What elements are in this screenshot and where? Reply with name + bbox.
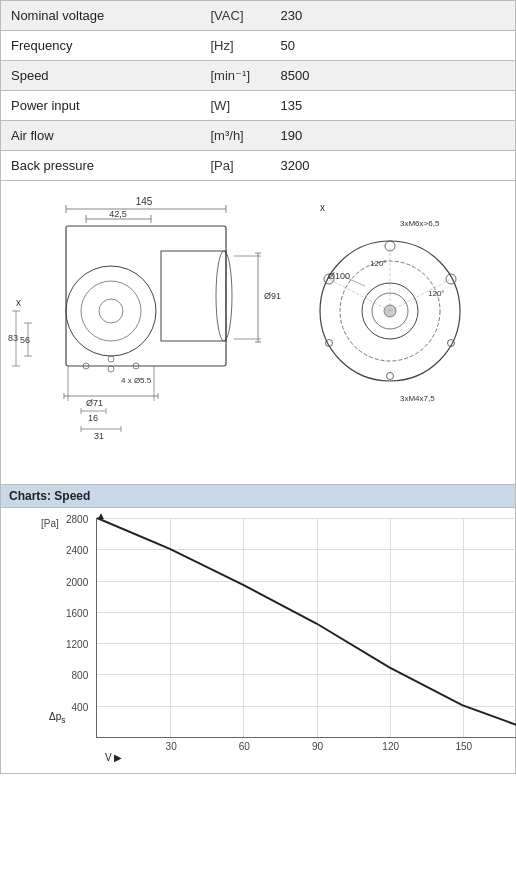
performance-curve bbox=[97, 518, 516, 732]
x-label-120: 120 bbox=[382, 741, 399, 752]
spec-value: 3200 bbox=[271, 151, 516, 181]
diagram-right: x 3xM6x>6,5 Ø100 3xM4x7,5 bbox=[310, 191, 510, 474]
y-label-2000: 2000 bbox=[66, 576, 88, 587]
performance-curve-svg bbox=[97, 518, 516, 737]
spec-unit: [Hz] bbox=[201, 31, 271, 61]
svg-text:x: x bbox=[16, 297, 21, 308]
x-label-90: 90 bbox=[312, 741, 323, 752]
spec-unit: [Pa] bbox=[201, 151, 271, 181]
svg-text:56: 56 bbox=[20, 335, 30, 345]
svg-text:Ø71: Ø71 bbox=[86, 398, 103, 408]
spec-value: 8500 bbox=[271, 61, 516, 91]
charts-header: Charts: Speed bbox=[0, 485, 516, 508]
svg-point-21 bbox=[108, 366, 114, 372]
spec-unit: [min⁻¹] bbox=[201, 61, 271, 91]
y-label-1600: 1600 bbox=[66, 607, 88, 618]
svg-point-12 bbox=[81, 281, 141, 341]
spec-unit: [m³/h] bbox=[201, 121, 271, 151]
v-label: V ▶ bbox=[105, 752, 122, 763]
y-label-1200: 1200 bbox=[66, 639, 88, 650]
svg-point-10 bbox=[216, 251, 232, 341]
svg-text:x: x bbox=[320, 202, 325, 213]
dp-label: Δps bbox=[49, 711, 65, 725]
svg-line-53 bbox=[345, 277, 365, 286]
table-row: Nominal voltage [VAC] 230 bbox=[1, 1, 516, 31]
specs-table: Nominal voltage [VAC] 230 Frequency [Hz]… bbox=[0, 0, 516, 181]
svg-rect-8 bbox=[66, 226, 226, 366]
spec-label: Power input bbox=[1, 91, 201, 121]
left-diagram-svg: 145 42,5 Ø71 bbox=[6, 191, 296, 471]
spec-label: Back pressure bbox=[1, 151, 201, 181]
table-row: Speed [min⁻¹] 8500 bbox=[1, 61, 516, 91]
y-axis-unit: [Pa] bbox=[41, 518, 59, 529]
spec-unit: [W] bbox=[201, 91, 271, 121]
x-label-60: 60 bbox=[239, 741, 250, 752]
svg-text:3xM6x>6,5: 3xM6x>6,5 bbox=[400, 219, 440, 228]
x-label-150: 150 bbox=[455, 741, 472, 752]
svg-point-23 bbox=[108, 356, 114, 362]
svg-line-66 bbox=[329, 279, 390, 311]
svg-text:120°: 120° bbox=[370, 259, 387, 268]
table-row: Frequency [Hz] 50 bbox=[1, 31, 516, 61]
y-label-400: 400 bbox=[72, 701, 89, 712]
svg-point-11 bbox=[66, 266, 156, 356]
table-row: Back pressure [Pa] 3200 bbox=[1, 151, 516, 181]
right-diagram-svg: x 3xM6x>6,5 Ø100 3xM4x7,5 bbox=[310, 191, 510, 471]
table-row: Air flow [m³/h] 190 bbox=[1, 121, 516, 151]
spec-value: 50 bbox=[271, 31, 516, 61]
svg-text:4 x Ø5.5: 4 x Ø5.5 bbox=[121, 376, 152, 385]
spec-unit: [VAC] bbox=[201, 1, 271, 31]
svg-point-13 bbox=[99, 299, 123, 323]
charts-title: Charts: Speed bbox=[9, 489, 90, 503]
diagram-left: 145 42,5 Ø71 bbox=[6, 191, 296, 474]
y-label-2800: 2800 bbox=[66, 514, 88, 525]
x-label-30: 30 bbox=[166, 741, 177, 752]
chart-area: 2800 2400 2000 1600 1200 800 400 bbox=[96, 518, 516, 738]
chart-container: [Pa] 2800 2400 2000 1600 1200 800 bbox=[0, 508, 516, 774]
svg-text:3xM4x7,5: 3xM4x7,5 bbox=[400, 394, 435, 403]
spec-value: 190 bbox=[271, 121, 516, 151]
spec-label: Air flow bbox=[1, 121, 201, 151]
spec-label: Speed bbox=[1, 61, 201, 91]
svg-text:83: 83 bbox=[8, 333, 18, 343]
svg-text:31: 31 bbox=[94, 431, 104, 441]
table-row: Power input [W] 135 bbox=[1, 91, 516, 121]
svg-point-60 bbox=[387, 373, 394, 380]
y-label-2400: 2400 bbox=[66, 545, 88, 556]
svg-text:Ø100: Ø100 bbox=[328, 271, 350, 281]
spec-value: 135 bbox=[271, 91, 516, 121]
svg-text:16: 16 bbox=[88, 413, 98, 423]
spec-label: Nominal voltage bbox=[1, 1, 201, 31]
spec-value: 230 bbox=[271, 1, 516, 31]
svg-text:42,5: 42,5 bbox=[109, 209, 127, 219]
spec-label: Frequency bbox=[1, 31, 201, 61]
svg-text:120°: 120° bbox=[428, 289, 445, 298]
svg-text:Ø91: Ø91 bbox=[264, 291, 281, 301]
diagram-section: 145 42,5 Ø71 bbox=[0, 181, 516, 485]
y-label-800: 800 bbox=[72, 670, 89, 681]
svg-text:145: 145 bbox=[136, 196, 153, 207]
